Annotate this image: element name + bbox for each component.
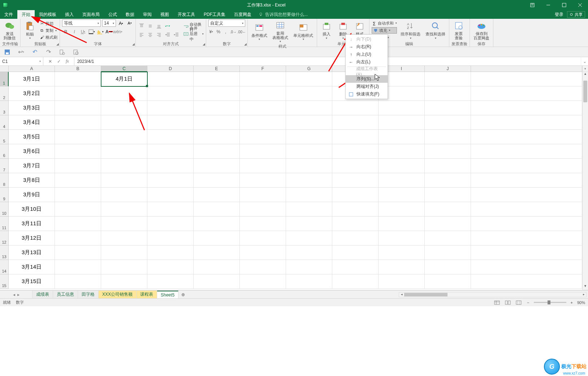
cell-E12[interactable] <box>194 231 240 245</box>
row-header-14[interactable]: 14 <box>0 260 9 274</box>
cell-C3[interactable] <box>101 101 147 115</box>
fill-justify-item[interactable]: 两端对齐(J) <box>346 83 388 90</box>
column-scroll-caret[interactable]: ▾ <box>582 66 588 72</box>
save-button-qat[interactable] <box>4 48 11 56</box>
cell-J13[interactable] <box>425 245 471 260</box>
cell-A3[interactable]: 3月3日 <box>9 101 55 115</box>
invoice-check-button[interactable]: 发票查验 <box>451 20 466 41</box>
horizontal-scrollbar[interactable]: ◂ ▸ <box>399 292 587 297</box>
cell-I14[interactable] <box>379 260 425 274</box>
cell-D7[interactable] <box>147 159 194 173</box>
insert-function-button[interactable]: fx <box>66 59 69 64</box>
cell-D15[interactable] <box>147 274 194 289</box>
cell-B8[interactable] <box>55 173 101 188</box>
cell-D2[interactable] <box>147 86 194 101</box>
cell-B5[interactable] <box>55 130 101 144</box>
cell-C15[interactable] <box>101 274 147 289</box>
cell-I13[interactable] <box>379 245 425 260</box>
page-break-view-button[interactable] <box>515 300 523 306</box>
cell-F10[interactable] <box>240 202 286 217</box>
cell-E11[interactable] <box>194 217 240 231</box>
cell-G9[interactable] <box>286 188 332 202</box>
cell-D4[interactable] <box>147 115 194 130</box>
cell-C9[interactable] <box>101 188 147 202</box>
cell-G4[interactable] <box>286 115 332 130</box>
indent-increase-button[interactable] <box>173 31 180 38</box>
cell-B2[interactable] <box>55 86 101 101</box>
save-to-baidu-button[interactable]: 保存到百度网盘 <box>472 20 491 41</box>
cancel-edit-button[interactable]: ✕ <box>48 59 52 64</box>
increase-decimal-button[interactable]: .0→ <box>230 28 237 35</box>
cell-style-button[interactable]: 单元格样式▾ <box>292 22 315 42</box>
tab-baidu[interactable]: 百度网盘 <box>230 10 256 19</box>
cell-A14[interactable]: 3月14日 <box>9 260 55 274</box>
cell-C10[interactable] <box>101 202 147 217</box>
row-header-9[interactable]: 9 <box>0 188 9 202</box>
cell-D12[interactable] <box>147 231 194 245</box>
row-header-1[interactable]: 1 <box>0 72 9 86</box>
cell-G7[interactable] <box>286 159 332 173</box>
close-button[interactable] <box>572 0 588 10</box>
cell-H4[interactable] <box>332 115 379 130</box>
column-header-F[interactable]: F <box>240 66 286 72</box>
cell-E6[interactable] <box>194 144 240 159</box>
cell-F3[interactable] <box>240 101 286 115</box>
add-sheet-button[interactable]: ⊕ <box>178 291 188 298</box>
autosum-button[interactable]: ∑自动求和▾ <box>372 20 397 26</box>
cell-J2[interactable] <box>425 86 471 101</box>
cell-J4[interactable] <box>425 115 471 130</box>
fill-up-item[interactable]: ↑向上(U) <box>346 51 388 58</box>
find-select-button[interactable]: 查找和选择▾ <box>424 20 447 40</box>
cell-A6[interactable]: 3月6日 <box>9 144 55 159</box>
cell-I12[interactable] <box>379 231 425 245</box>
vertical-scrollbar[interactable]: ▲ ▼ <box>582 72 588 290</box>
cell-F4[interactable] <box>240 115 286 130</box>
hscroll-right-arrow[interactable]: ▸ <box>581 292 586 297</box>
cell-C2[interactable] <box>101 86 147 101</box>
tab-file[interactable]: 文件 <box>0 10 17 19</box>
cut-button[interactable]: ✂剪切 <box>39 20 57 27</box>
cell-F1[interactable] <box>240 72 286 86</box>
confirm-edit-button[interactable]: ✓ <box>57 59 61 64</box>
scroll-thumb[interactable] <box>583 81 587 102</box>
cell-H15[interactable] <box>332 274 379 289</box>
cell-B6[interactable] <box>55 144 101 159</box>
cell-E7[interactable] <box>194 159 240 173</box>
align-center-button[interactable] <box>147 31 154 38</box>
cell-J10[interactable] <box>425 202 471 217</box>
cell-J12[interactable] <box>425 231 471 245</box>
cell-A11[interactable]: 3月11日 <box>9 217 55 231</box>
cell-H8[interactable] <box>332 173 379 188</box>
column-header-J[interactable]: J <box>425 66 471 72</box>
column-header-B[interactable]: B <box>55 66 101 72</box>
cell-G2[interactable] <box>286 86 332 101</box>
cell-A8[interactable]: 3月8日 <box>9 173 55 188</box>
sheet-tab-4[interactable]: XXX公司销售额 <box>99 291 137 298</box>
cell-E5[interactable] <box>194 130 240 144</box>
row-header-2[interactable]: 2 <box>0 86 9 101</box>
cell-J5[interactable] <box>425 130 471 144</box>
tab-review[interactable]: 审阅 <box>139 10 156 19</box>
row-header-13[interactable]: 13 <box>0 245 9 260</box>
align-bottom-button[interactable] <box>155 22 163 30</box>
cell-I8[interactable] <box>379 173 425 188</box>
cell-H14[interactable] <box>332 260 379 274</box>
cell-G10[interactable] <box>286 202 332 217</box>
cell-E10[interactable] <box>194 202 240 217</box>
undo-button-qat[interactable]: ↶ <box>31 48 38 56</box>
redo-button-qat[interactable]: ↷ <box>45 48 52 56</box>
cell-F8[interactable] <box>240 173 286 188</box>
minimize-button[interactable] <box>540 0 556 10</box>
cell-E15[interactable] <box>194 274 240 289</box>
insert-cells-button[interactable]: 插入▾ <box>319 20 334 40</box>
row-header-11[interactable]: 11 <box>0 217 9 231</box>
tab-formula[interactable]: 公式 <box>104 10 121 19</box>
cell-J7[interactable] <box>425 159 471 173</box>
cell-A2[interactable]: 3月2日 <box>9 86 55 101</box>
number-format-combo[interactable]: 自定义▾ <box>208 20 245 27</box>
cell-B4[interactable] <box>55 115 101 130</box>
scroll-up-arrow[interactable]: ▲ <box>583 72 588 78</box>
column-header-E[interactable]: E <box>194 66 240 72</box>
cell-H12[interactable] <box>332 231 379 245</box>
cell-G8[interactable] <box>286 173 332 188</box>
